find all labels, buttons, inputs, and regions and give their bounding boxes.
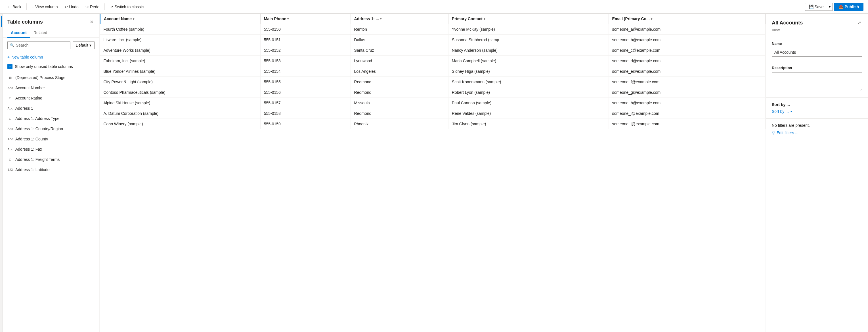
redo-button[interactable]: ↪ Redo	[83, 3, 102, 10]
sort-dropdown-button[interactable]: Sort by ... ▾	[772, 109, 862, 114]
column-item-label: Address 1: Address Type	[15, 116, 95, 121]
column-list-item[interactable]: Abc Address 1: Fax	[3, 144, 99, 154]
right-panel-subtitle: View	[766, 27, 868, 37]
table-cell: Adventure Works (sample)	[100, 45, 260, 56]
column-list: ⊞ (Deprecated) Process Stage Abc Account…	[3, 73, 99, 332]
search-row: 🔍 Default ▾	[3, 38, 99, 53]
table-row[interactable]: Litware, Inc. (sample)555-0151DallasSusa…	[100, 35, 766, 45]
table-cell: Blue Yonder Airlines (sample)	[100, 66, 260, 77]
name-field-input[interactable]	[772, 48, 862, 57]
table-cell: 555-0152	[260, 45, 350, 56]
switch-classic-button[interactable]: ↗ Switch to classic	[107, 3, 147, 10]
table-cell: someone_e@example.com	[609, 66, 765, 77]
column-list-item[interactable]: Abc Account Number	[3, 83, 99, 93]
table-wrapper[interactable]: Account Name▾Main Phone▾Address 1: ...▾P…	[100, 13, 766, 332]
search-input[interactable]	[16, 43, 68, 48]
column-list-item[interactable]: Abc Address 1: County	[3, 134, 99, 144]
center-panel: Account Name▾Main Phone▾Address 1: ...▾P…	[100, 13, 766, 332]
filter-icon: ▽	[772, 131, 775, 135]
table-cell: Dallas	[350, 35, 448, 45]
table-cell: Scott Konersmann (sample)	[448, 77, 609, 87]
view-column-button[interactable]: + View column	[29, 3, 60, 10]
name-field-label: Name	[772, 42, 862, 46]
back-icon: ←	[7, 4, 11, 9]
column-item-label: Account Number	[15, 86, 95, 90]
back-button[interactable]: ← Back	[4, 3, 24, 10]
show-unused-checkbox[interactable]: ✓ Show only unused table columns	[3, 62, 99, 73]
expand-panel-button[interactable]: ⤢	[857, 19, 862, 26]
table-row[interactable]: Blue Yonder Airlines (sample)555-0154Los…	[100, 66, 766, 77]
sort-label: Sort by ...	[772, 102, 862, 107]
column-item-label: (Deprecated) Process Stage	[15, 75, 95, 80]
column-type-icon: Abc	[7, 126, 13, 132]
table-row[interactable]: Fabrikam, Inc. (sample)555-0153LynnwoodM…	[100, 56, 766, 66]
column-header-label: Email (Primary Co...	[612, 17, 650, 21]
edit-filters-button[interactable]: ▽ Edit filters ...	[772, 131, 799, 135]
table-row[interactable]: A. Datum Corporation (sample)555-0158Red…	[100, 108, 766, 119]
save-button[interactable]: 💾 Save	[805, 3, 827, 10]
table-cell: someone_c@example.com	[609, 45, 765, 56]
table-cell: 555-0159	[260, 119, 350, 129]
default-label: Default	[76, 43, 88, 48]
column-list-item[interactable]: □ Account Rating	[3, 93, 99, 103]
table-cell: City Power & Light (sample)	[100, 77, 260, 87]
publish-label: Publish	[844, 4, 859, 9]
close-panel-button[interactable]: ✕	[89, 18, 95, 26]
col-resize-handle[interactable]	[349, 13, 350, 24]
column-item-label: Address 1: Freight Terms	[15, 157, 95, 162]
redo-label: Redo	[90, 4, 99, 9]
table-header-cell[interactable]: Primary Contact▾	[448, 13, 609, 24]
table-cell: Litware, Inc. (sample)	[100, 35, 260, 45]
save-dropdown-button[interactable]: ▾	[827, 3, 833, 10]
undo-icon: ↩	[64, 4, 68, 9]
table-header-cell[interactable]: Main Phone▾	[260, 13, 350, 24]
table-row[interactable]: Fourth Coffee (sample)555-0150RentonYvon…	[100, 24, 766, 35]
table-row[interactable]: Contoso Pharmaceuticals (sample)555-0156…	[100, 87, 766, 98]
left-panel: Table columns ✕ Account Related 🔍 Defaul…	[3, 13, 99, 332]
sort-arrow-icon: ▾	[287, 17, 289, 21]
sort-section: Sort by ... Sort by ... ▾	[766, 98, 868, 118]
name-section: Name	[766, 37, 868, 61]
table-cell: someone_f@example.com	[609, 77, 765, 87]
table-header-cell[interactable]: Email (Primary Co...▾	[609, 13, 765, 24]
table-row[interactable]: City Power & Light (sample)555-0155Redmo…	[100, 77, 766, 87]
default-dropdown-button[interactable]: Default ▾	[73, 41, 95, 49]
table-cell: Contoso Pharmaceuticals (sample)	[100, 87, 260, 98]
table-header-cell[interactable]: Address 1: ...▾	[350, 13, 448, 24]
table-cell: 555-0156	[260, 87, 350, 98]
column-header-label: Address 1: ...	[354, 17, 379, 21]
save-arrow-icon: ▾	[829, 4, 831, 9]
description-section: Description	[766, 61, 868, 98]
column-list-item[interactable]: ⊞ (Deprecated) Process Stage	[3, 73, 99, 83]
column-list-item[interactable]: Abc Address 1: Country/Region	[3, 123, 99, 134]
new-col-plus-icon: +	[7, 55, 10, 59]
description-field-textarea[interactable]	[772, 72, 862, 92]
table-cell: Yvonne McKay (sample)	[448, 24, 609, 35]
check-icon: ✓	[9, 65, 11, 68]
table-row[interactable]: Coho Winery (sample)555-0159PhoenixJim G…	[100, 119, 766, 129]
close-icon: ✕	[90, 20, 93, 24]
tab-account[interactable]: Account	[7, 28, 30, 38]
table-row[interactable]: Adventure Works (sample)555-0152Santa Cr…	[100, 45, 766, 56]
col-resize-handle[interactable]	[447, 13, 448, 24]
table-row[interactable]: Alpine Ski House (sample)555-0157Missoul…	[100, 98, 766, 108]
col-resize-handle[interactable]	[764, 13, 765, 24]
table-header-cell[interactable]: Account Name▾	[100, 13, 260, 24]
col-resize-handle[interactable]	[608, 13, 609, 24]
publish-button[interactable]: 📤 Publish	[834, 3, 864, 11]
column-list-item[interactable]: □ Address 1: Address Type	[3, 113, 99, 123]
save-icon: 💾	[809, 4, 813, 9]
table-cell: Redmond	[350, 108, 448, 119]
column-list-item[interactable]: □ Address 1: Freight Terms	[3, 154, 99, 165]
column-list-item[interactable]: Abc Address 1	[3, 103, 99, 113]
table-cell: 555-0155	[260, 77, 350, 87]
view-column-label: View column	[35, 4, 58, 9]
col-resize-handle[interactable]	[259, 13, 260, 24]
rail-indicator	[1, 16, 2, 27]
tab-related[interactable]: Related	[30, 28, 51, 38]
column-list-item[interactable]: 123 Address 1: Latitude	[3, 165, 99, 175]
undo-button[interactable]: ↩ Undo	[62, 3, 81, 10]
table-cell: someone_j@example.com	[609, 119, 765, 129]
switch-icon: ↗	[110, 4, 113, 9]
new-table-column-button[interactable]: + New table column	[3, 53, 99, 62]
